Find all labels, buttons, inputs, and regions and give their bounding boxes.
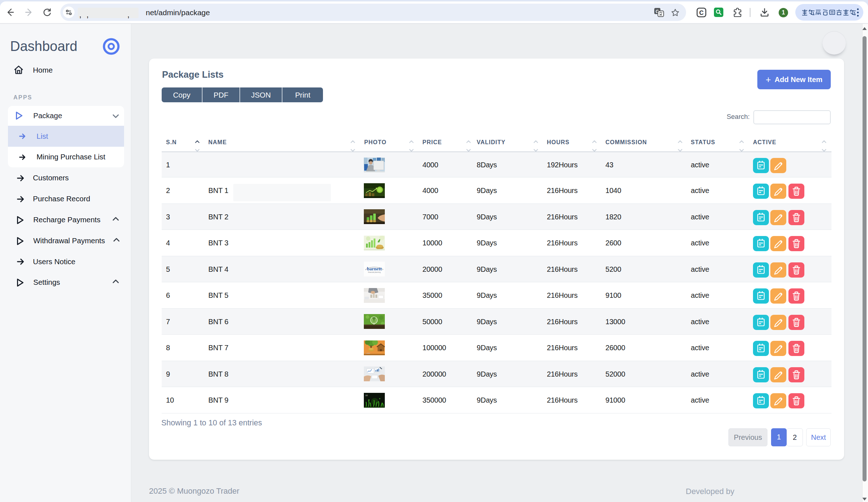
svg-text:financial planning: financial planning xyxy=(368,271,381,273)
svg-text:10: 10 xyxy=(365,394,368,396)
svg-text:barnett: barnett xyxy=(367,266,382,271)
svg-text:C: C xyxy=(699,9,703,16)
